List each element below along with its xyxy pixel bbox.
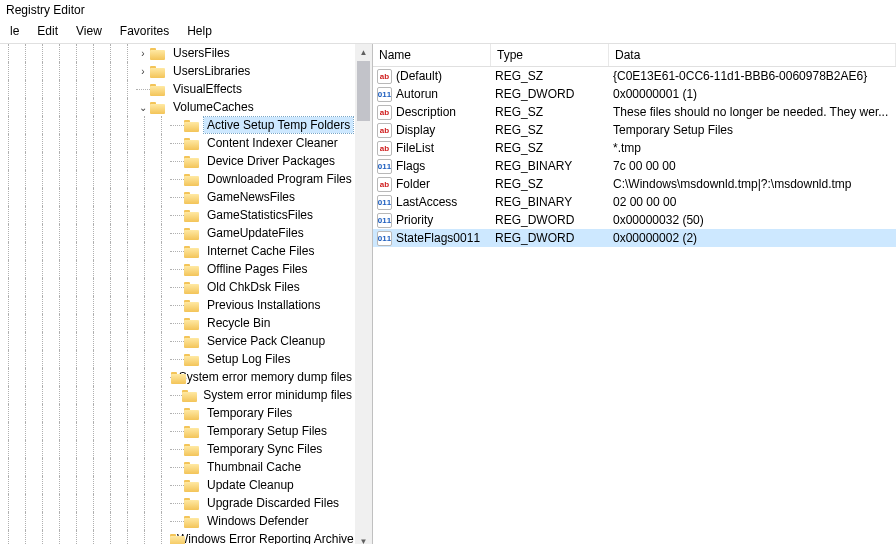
tree-node[interactable]: ⌄VolumeCaches — [0, 98, 355, 116]
value-name: StateFlags0011 — [396, 231, 480, 245]
tree-node[interactable]: Recycle Bin — [0, 314, 355, 332]
tree-node[interactable]: System error minidump files — [0, 386, 355, 404]
value-row[interactable]: abFileListREG_SZ*.tmp — [373, 139, 896, 157]
value-type: REG_SZ — [491, 123, 609, 137]
tree-node[interactable]: Downloaded Program Files — [0, 170, 355, 188]
tree-node-label: System error minidump files — [200, 387, 355, 403]
tree-node-label: Windows Defender — [204, 513, 311, 529]
folder-icon — [182, 388, 196, 402]
value-row[interactable]: 011AutorunREG_DWORD0x00000001 (1) — [373, 85, 896, 103]
tree-scrollbar[interactable]: ▲ ▼ — [355, 44, 372, 544]
value-data: 0x00000032 (50) — [609, 213, 896, 227]
folder-icon — [150, 82, 166, 96]
value-type: REG_SZ — [491, 141, 609, 155]
scroll-thumb[interactable] — [357, 61, 370, 121]
tree-node-label: Temporary Sync Files — [204, 441, 325, 457]
tree-node-label: Active Setup Temp Folders — [204, 117, 353, 133]
tree-node-label: Old ChkDsk Files — [204, 279, 303, 295]
reg-string-icon: ab — [377, 177, 392, 192]
folder-icon — [184, 262, 200, 276]
tree-node[interactable]: Old ChkDsk Files — [0, 278, 355, 296]
tree-node[interactable]: GameUpdateFiles — [0, 224, 355, 242]
tree-node[interactable]: Temporary Sync Files — [0, 440, 355, 458]
folder-icon — [184, 442, 200, 456]
tree-node[interactable]: Active Setup Temp Folders — [0, 116, 355, 134]
value-row[interactable]: abDescriptionREG_SZThese files should no… — [373, 103, 896, 121]
value-type: REG_BINARY — [491, 159, 609, 173]
tree-node[interactable]: Upgrade Discarded Files — [0, 494, 355, 512]
value-row[interactable]: 011StateFlags0011REG_DWORD0x00000002 (2) — [373, 229, 896, 247]
scroll-up-icon[interactable]: ▲ — [355, 44, 372, 61]
value-row[interactable]: ab(Default)REG_SZ{C0E13E61-0CC6-11d1-BBB… — [373, 67, 896, 85]
tree-node[interactable]: Update Cleanup — [0, 476, 355, 494]
tree-node[interactable]: Content Indexer Cleaner — [0, 134, 355, 152]
folder-icon — [184, 352, 200, 366]
tree-node[interactable]: Setup Log Files — [0, 350, 355, 368]
tree-node-label: Temporary Files — [204, 405, 295, 421]
tree-node-label: GameStatisticsFiles — [204, 207, 316, 223]
tree-node[interactable]: ›UsersLibraries — [0, 62, 355, 80]
tree-node[interactable]: Internet Cache Files — [0, 242, 355, 260]
folder-icon — [184, 424, 200, 438]
tree-pane: ›UsersFiles›UsersLibrariesVisualEffects⌄… — [0, 44, 373, 544]
tree-node[interactable]: VisualEffects — [0, 80, 355, 98]
folder-icon — [150, 64, 166, 78]
tree-node[interactable]: Windows Error Reporting Archive — [0, 530, 355, 544]
reg-binary-icon: 011 — [377, 231, 392, 246]
value-name: LastAccess — [396, 195, 457, 209]
tree-node-label: GameUpdateFiles — [204, 225, 307, 241]
value-type: REG_DWORD — [491, 213, 609, 227]
menu-help[interactable]: Help — [179, 22, 220, 40]
scroll-down-icon[interactable]: ▼ — [355, 533, 372, 544]
tree-node[interactable]: Temporary Files — [0, 404, 355, 422]
folder-icon — [184, 136, 200, 150]
tree-node[interactable]: Offline Pages Files — [0, 260, 355, 278]
tree-node[interactable]: GameStatisticsFiles — [0, 206, 355, 224]
value-type: REG_DWORD — [491, 231, 609, 245]
tree-node[interactable]: ›UsersFiles — [0, 44, 355, 62]
value-row[interactable]: 011LastAccessREG_BINARY02 00 00 00 — [373, 193, 896, 211]
value-data: 0x00000002 (2) — [609, 231, 896, 245]
menu-le[interactable]: le — [2, 22, 27, 40]
reg-binary-icon: 011 — [377, 159, 392, 174]
menu-favorites[interactable]: Favorites — [112, 22, 177, 40]
tree-node-label: Upgrade Discarded Files — [204, 495, 342, 511]
tree-node-label: Content Indexer Cleaner — [204, 135, 341, 151]
tree-node[interactable]: GameNewsFiles — [0, 188, 355, 206]
menu-view[interactable]: View — [68, 22, 110, 40]
tree-node[interactable]: Device Driver Packages — [0, 152, 355, 170]
value-row[interactable]: 011FlagsREG_BINARY7c 00 00 00 — [373, 157, 896, 175]
value-name: Folder — [396, 177, 430, 191]
tree-node[interactable]: Windows Defender — [0, 512, 355, 530]
tree-node[interactable]: Service Pack Cleanup — [0, 332, 355, 350]
menu-edit[interactable]: Edit — [29, 22, 66, 40]
folder-icon — [184, 208, 200, 222]
chevron-down-icon[interactable]: ⌄ — [136, 102, 150, 113]
scroll-track[interactable] — [355, 61, 372, 533]
folder-icon — [171, 370, 172, 384]
tree-node[interactable]: Temporary Setup Files — [0, 422, 355, 440]
value-row[interactable]: abFolderREG_SZC:\Windows\msdownld.tmp|?:… — [373, 175, 896, 193]
tree-node-label: Offline Pages Files — [204, 261, 311, 277]
column-name[interactable]: Name — [373, 44, 491, 66]
value-type: REG_SZ — [491, 177, 609, 191]
tree-node[interactable]: Previous Installations — [0, 296, 355, 314]
tree-node[interactable]: Thumbnail Cache — [0, 458, 355, 476]
chevron-right-icon[interactable]: › — [136, 66, 150, 77]
tree-node-label: Device Driver Packages — [204, 153, 338, 169]
value-row[interactable]: 011PriorityREG_DWORD0x00000032 (50) — [373, 211, 896, 229]
tree-node-label: VolumeCaches — [170, 99, 257, 115]
value-name: Autorun — [396, 87, 438, 101]
tree-node-label: Internet Cache Files — [204, 243, 317, 259]
chevron-right-icon[interactable]: › — [136, 48, 150, 59]
folder-icon — [184, 406, 200, 420]
value-data: 7c 00 00 00 — [609, 159, 896, 173]
column-type[interactable]: Type — [491, 44, 609, 66]
menu-bar: leEditViewFavoritesHelp — [0, 20, 896, 44]
tree-node-label: Recycle Bin — [204, 315, 273, 331]
tree-node[interactable]: System error memory dump files — [0, 368, 355, 386]
reg-string-icon: ab — [377, 69, 392, 84]
value-row[interactable]: abDisplayREG_SZTemporary Setup Files — [373, 121, 896, 139]
columns-header: Name Type Data — [373, 44, 896, 67]
column-data[interactable]: Data — [609, 44, 896, 66]
